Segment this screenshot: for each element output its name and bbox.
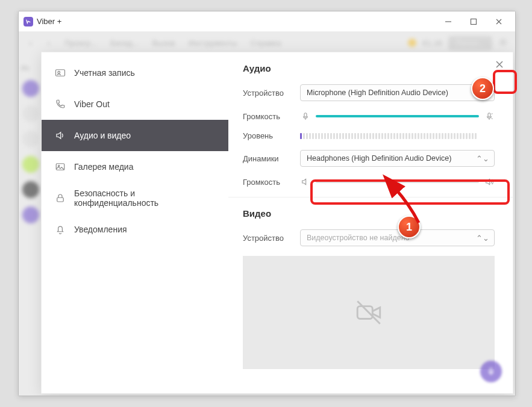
menu-item: Инструменты [188,39,237,48]
titlebar: Viber + [19,11,515,32]
forward-arrow-icon: › [43,37,55,49]
background-sidebar: Из [19,54,43,396]
bell-icon [55,224,66,235]
sidenav-item-label: Галерея медиа [74,162,133,172]
sidenav-item-label: Аудио и видео [74,131,131,140]
section-title-video: Видео [243,208,495,219]
section-divider [228,197,513,197]
volume-low-icon [300,176,311,187]
mic-low-icon [300,111,311,122]
avatar [22,105,39,122]
section-title-audio: Аудио [243,63,495,73]
lock-icon [55,193,66,204]
settings-content: Аудио Устройство Microphone (High Defini… [228,52,513,393]
svg-point-1 [502,41,504,43]
back-arrow-icon: ‹ [25,37,37,49]
avatar [22,156,39,173]
chevron-updown-icon: ⌃⌄ [476,234,489,243]
balance-text: €1.16 [422,39,442,48]
sidenav-item-label: Безопасность и конфиденциальность [74,188,215,208]
sidenav-item-security[interactable]: Безопасность и конфиденциальность [42,182,228,214]
window-maximize-button[interactable] [461,13,486,30]
svg-point-3 [58,71,60,73]
background-toolbar: ‹ › Проигр... Бесед... Вызов Инструменты… [19,32,515,54]
sidenav-item-audio-video[interactable]: Аудио и видео [42,120,228,151]
settings-sidenav: Учетная запись Viber Out Аудио и видео Г… [42,52,228,393]
mic-level-meter: document.write(Array(58).fill('<span cla… [300,133,495,139]
dialog-close-button[interactable] [492,57,507,72]
speakers-label: Динамики [243,154,300,163]
sidenav-item-viber-out[interactable]: Viber Out [42,89,228,120]
window-title: Viber + [37,17,61,26]
mic-volume-slider[interactable] [316,115,479,117]
settings-dialog: Учетная запись Viber Out Аудио и видео Г… [42,52,513,393]
svg-rect-0 [471,19,477,24]
video-device-dropdown[interactable]: Видеоустройство не найдено ⌃⌄ [300,229,495,246]
mic-level-label: Уровень [243,131,300,140]
chevron-updown-icon: ⌃⌄ [476,89,489,98]
menu-item: Справка [251,39,281,48]
topup-button: Попол... [448,36,492,50]
app-window: Viber + ‹ › Проигр... Бесед... Вызов Инс… [18,11,516,396]
video-device-label: Устройство [243,234,300,243]
mic-device-dropdown[interactable]: Microphone (High Definition Audio Device… [300,84,495,101]
phone-icon [55,99,66,110]
svg-rect-6 [57,197,64,202]
video-preview [243,256,495,369]
gallery-icon [55,161,66,172]
sidenav-item-label: Viber Out [74,99,110,109]
iz-label: Из [19,64,43,72]
fab-mic-button [480,361,502,382]
window-minimize-button[interactable] [436,13,461,30]
mic-high-icon [484,111,495,122]
speakers-dropdown[interactable]: Headphones (High Definition Audio Device… [300,150,495,167]
mic-volume-label: Громкость [243,112,300,121]
menu-item: Бесед... [110,39,139,48]
chevron-updown-icon: ⌃⌄ [476,154,489,163]
speaker-volume-slider[interactable] [316,181,479,183]
window-close-button[interactable] [486,13,512,30]
sidenav-item-notifications[interactable]: Уведомления [42,214,228,245]
svg-rect-8 [488,113,490,117]
viber-logo-icon [23,17,33,26]
avatar [22,80,39,97]
sidenav-item-account[interactable]: Учетная запись [42,57,228,89]
speakers-device-value: Headphones (High Definition Audio Device… [307,154,451,163]
backdrop: ‹ › Проигр... Бесед... Вызов Инструменты… [19,32,515,396]
sidenav-item-label: Учетная запись [74,68,135,78]
avatar [22,181,39,198]
sidenav-item-media-gallery[interactable]: Галерея медиа [42,151,228,182]
id-card-icon [55,67,66,78]
mic-device-label: Устройство [243,89,300,98]
volume-high-icon [484,176,495,187]
coin-icon [408,39,416,47]
camera-off-icon [354,297,384,328]
avatar [22,131,39,148]
gear-icon [498,37,509,48]
svg-rect-10 [490,368,492,373]
mic-device-value: Microphone (High Definition Audio Device… [307,89,448,97]
svg-rect-7 [304,113,307,117]
speakers-volume-label: Громкость [243,178,300,187]
video-device-value: Видеоустройство не найдено [307,234,410,242]
menu-item: Проигр... [64,39,97,48]
sidenav-item-label: Уведомления [74,225,127,234]
speaker-icon [55,130,66,141]
avatar [22,207,39,223]
menu-item: Вызов [152,39,175,48]
